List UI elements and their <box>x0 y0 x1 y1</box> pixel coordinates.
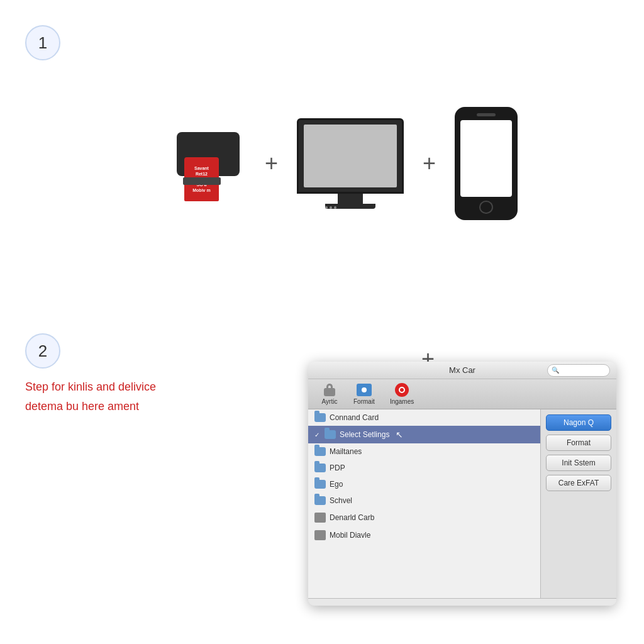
list-item[interactable]: Mobil Diavle <box>308 526 540 544</box>
toolbar-item-formait[interactable]: Formait <box>346 382 382 406</box>
format-button[interactable]: Format <box>546 435 611 451</box>
list-item-label: Ego <box>330 480 343 489</box>
folder-icon <box>314 464 326 472</box>
lock-icon <box>321 383 338 397</box>
monitor-base <box>325 204 375 209</box>
sd-slot <box>183 177 221 185</box>
mac-search-box[interactable]: 🔍 <box>547 364 610 377</box>
mac-sidebar: Connand Card✓Select Setlings↖MailtanesPD… <box>308 409 541 598</box>
step2-badge: 2 <box>25 333 60 369</box>
list-item[interactable]: Mailtanes <box>308 443 540 460</box>
monitor-icon <box>297 118 404 209</box>
cursor-icon: ↖ <box>396 430 403 440</box>
list-item[interactable]: Connand Card <box>308 409 540 426</box>
phone-speaker <box>477 113 496 116</box>
sd-card-label: Savant Ret12 <box>194 165 209 177</box>
monitor-dot <box>325 206 328 209</box>
list-item-label: Mobil Diavle <box>330 531 370 540</box>
monitor-dots <box>325 206 375 209</box>
monitor-stand <box>338 194 363 204</box>
list-item-label: Select Setlings <box>340 430 389 439</box>
ingames-icon <box>393 383 411 397</box>
list-item-label: PDP <box>330 464 345 472</box>
phone-screen <box>460 120 512 197</box>
init-sstem-button[interactable]: Init Sstem <box>546 455 611 471</box>
toolbar-item-ingames[interactable]: Ingames <box>382 382 421 406</box>
search-icon: 🔍 <box>552 367 559 374</box>
mac-toolbar: Ayrtic Formait Ingames <box>308 379 616 409</box>
step2-number: 2 <box>38 341 47 361</box>
toolbar-label-ayrtic: Ayrtic <box>322 398 338 405</box>
folder-icon <box>314 496 326 505</box>
monitor-screen <box>297 118 404 194</box>
check-mark-icon: ✓ <box>314 431 319 438</box>
folder-icon <box>314 413 326 422</box>
plus-sign-1: + <box>265 150 278 177</box>
mac-right-panel: Nagon QFormatInit SstemCare ExFAT <box>541 409 616 598</box>
plus-sign-2: + <box>423 150 436 177</box>
folder-icon <box>314 447 326 456</box>
mac-window-title: Mx Car <box>449 365 475 375</box>
list-item-label: Denarld Carb <box>330 513 374 522</box>
sd-reader-icon: Savant Ret12 SG a Mobiv m <box>177 132 246 195</box>
care-exfat-button[interactable]: Care ExFAT <box>546 475 611 491</box>
list-item[interactable]: PDP <box>308 460 540 476</box>
step2-description: Step for kinlis and delivice detema bu h… <box>25 377 156 416</box>
monitor-screen-inner <box>304 125 397 187</box>
step1-number: 1 <box>38 33 47 53</box>
list-item[interactable]: Ego <box>308 476 540 492</box>
nagon-q-button[interactable]: Nagon Q <box>546 414 611 431</box>
phone-home-button <box>479 201 493 214</box>
mac-content: Connand Card✓Select Setlings↖MailtanesPD… <box>308 409 616 598</box>
mac-scrollbar-area <box>308 598 616 606</box>
list-item[interactable]: ✓Select Setlings↖ <box>308 426 540 443</box>
disk-icon <box>314 513 326 523</box>
step2-text-line1: Step for kinlis and delivice <box>25 377 156 397</box>
toolbar-label-ingames: Ingames <box>390 398 414 405</box>
mac-window: Mx Car 🔍 Ayrtic Formait <box>308 362 616 606</box>
folder-icon <box>314 480 326 489</box>
format-icon <box>355 383 373 397</box>
mac-titlebar: Mx Car 🔍 <box>308 362 616 379</box>
toolbar-item-ayrtic[interactable]: Ayrtic <box>313 382 346 406</box>
list-item[interactable]: Schvel <box>308 492 540 509</box>
list-item-label: Mailtanes <box>330 447 362 456</box>
list-item-label: Schvel <box>330 496 352 505</box>
step1-area: Savant Ret12 SG a Mobiv m + + <box>75 38 619 289</box>
folder-icon <box>325 430 336 439</box>
list-item[interactable]: Denarld Carb <box>308 509 540 526</box>
disk-icon <box>314 530 326 540</box>
monitor-dot <box>330 206 332 209</box>
phone-icon <box>455 107 518 220</box>
list-item-label: Connand Card <box>330 413 379 422</box>
step1-badge: 1 <box>25 25 60 60</box>
step2-text-line2: detema bu here ament <box>25 397 156 416</box>
toolbar-label-formait: Formait <box>353 398 375 405</box>
monitor-dot <box>334 206 336 209</box>
